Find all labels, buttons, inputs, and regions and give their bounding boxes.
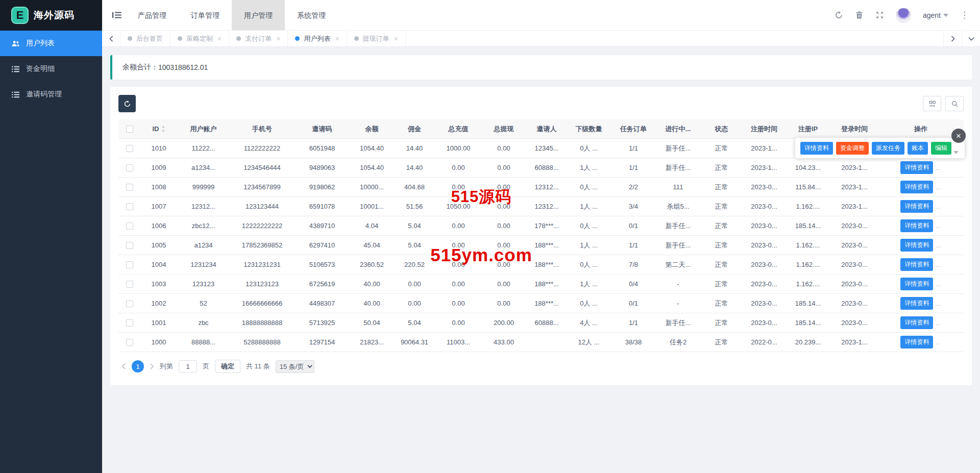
row-checkbox[interactable] [126, 319, 133, 327]
more-actions[interactable]: ... [936, 203, 941, 210]
tab-支付订单[interactable]: 支付订单× [229, 31, 288, 46]
topnav-item-用户管理[interactable]: 用户管理 [232, 0, 285, 30]
cell-phone: 5288888888 [230, 338, 294, 346]
details-button[interactable]: 详情资料 [900, 278, 933, 290]
tab-策略定制[interactable]: 策略定制× [170, 31, 229, 46]
row-checkbox[interactable] [126, 145, 133, 152]
header-cell-登录时间: 登录时间 [831, 125, 878, 134]
select-all-checkbox[interactable] [126, 126, 133, 133]
sidebar-toggle-icon[interactable] [112, 11, 121, 19]
details-button[interactable]: 详情资料 [900, 200, 933, 213]
more-actions[interactable]: ... [936, 339, 941, 346]
cell-reg_ip: 20.239... [785, 338, 831, 346]
trash-icon[interactable] [855, 11, 864, 19]
more-actions[interactable]: ... [936, 300, 941, 307]
cell-actions: 详情资料... [878, 258, 964, 271]
tab-close-icon[interactable]: × [217, 35, 222, 42]
details-button[interactable]: 详情资料 [900, 239, 933, 252]
topnav-item-订单管理[interactable]: 订单管理 [179, 0, 232, 30]
cell-invite_code: 6591078 [294, 203, 350, 210]
topnav-item-系统管理[interactable]: 系统管理 [285, 0, 338, 30]
more-actions[interactable]: ... [936, 184, 941, 191]
cell-account: zbc [177, 319, 230, 327]
tabs-scroll-right-icon[interactable] [943, 31, 962, 46]
details-button[interactable]: 详情资料 [900, 316, 933, 329]
details-button[interactable]: 详情资料 [900, 258, 933, 271]
row-checkbox[interactable] [126, 281, 133, 288]
details-button[interactable]: 详情资料 [900, 297, 933, 310]
row-checkbox[interactable] [126, 222, 133, 230]
avatar[interactable] [896, 8, 911, 23]
tab-dot-icon [128, 36, 132, 41]
popup-scroll-down-icon[interactable] [953, 151, 959, 154]
table-row: 1006zbc12...1222222222243897104.045.040.… [118, 216, 964, 236]
row-checkbox[interactable] [126, 184, 133, 191]
header-cell-总充值: 总充值 [435, 125, 481, 134]
cell-task_orders: 1/1 [610, 144, 656, 152]
sidebar-item-邀请码管理[interactable]: 邀请码管理 [0, 82, 102, 107]
tabs-menu-toggle-icon[interactable] [962, 31, 980, 46]
more-actions[interactable]: ... [936, 164, 941, 171]
more-actions[interactable]: ... [936, 242, 941, 249]
ledger-button[interactable]: 账本 [908, 142, 928, 155]
search-zoom-button[interactable] [945, 96, 964, 111]
details-button[interactable]: 详情资料 [900, 161, 933, 174]
details-button[interactable]: 详情资料 [900, 219, 933, 232]
more-actions[interactable]: ... [936, 319, 941, 327]
table-row: 1005a123417852369852629741045.045.040.00… [118, 236, 964, 255]
row-select-cell [118, 145, 141, 152]
tab-提现订单[interactable]: 提现订单× [347, 31, 406, 46]
details-button[interactable]: 详情资料 [900, 336, 933, 348]
cell-account: 123123 [177, 280, 230, 288]
more-actions[interactable]: ... [936, 261, 941, 268]
row-checkbox[interactable] [126, 261, 133, 268]
prev-page-icon[interactable] [121, 363, 126, 369]
sort-carets-icon[interactable] [161, 126, 165, 132]
row-checkbox[interactable] [126, 203, 133, 210]
header-cell-ID[interactable]: ID [141, 125, 177, 133]
tabs-scroll-left-icon[interactable] [102, 31, 120, 46]
edit-button[interactable]: 编辑 [931, 142, 951, 155]
dispatch-task-button[interactable]: 派发任务 [872, 142, 904, 155]
topnav-item-产品管理[interactable]: 产品管理 [126, 0, 179, 30]
goto-page-input[interactable] [179, 360, 197, 372]
more-actions[interactable]: ... [936, 281, 941, 288]
tab-close-icon[interactable]: × [335, 35, 339, 42]
row-checkbox[interactable] [126, 339, 133, 346]
fullscreen-icon[interactable] [875, 11, 884, 19]
cell-commission: 14.40 [394, 144, 435, 152]
details-button[interactable]: 详情资料 [900, 181, 933, 193]
row-checkbox[interactable] [126, 164, 133, 171]
next-page-icon[interactable] [150, 363, 154, 369]
sidebar-item-用户列表[interactable]: 用户列表 [0, 31, 102, 56]
balance-summary: 余额合计： 1003188612.01 [110, 55, 972, 80]
user-menu[interactable]: agent [923, 11, 948, 19]
tab-后台首页[interactable]: 后台首页 [120, 31, 170, 46]
more-actions[interactable]: ... [936, 222, 941, 230]
brand-logo-icon: E [11, 7, 29, 24]
cell-phone: 1234546444 [230, 164, 294, 171]
refresh-icon[interactable] [835, 11, 843, 19]
sidebar-item-资金明细[interactable]: 资金明细 [0, 56, 102, 82]
header-cell-邀请人: 邀请人 [526, 125, 567, 134]
popup-close-button[interactable]: × [951, 129, 966, 143]
tab-close-icon[interactable]: × [276, 35, 280, 42]
cell-status: 正常 [700, 280, 743, 289]
tab-用户列表[interactable]: 用户列表× [288, 31, 347, 46]
goto-confirm-button[interactable]: 确定 [215, 360, 240, 373]
row-checkbox[interactable] [126, 300, 133, 307]
adjust-funds-button[interactable]: 资金调整 [836, 142, 869, 155]
cell-id: 1005 [141, 241, 177, 249]
row-checkbox[interactable] [126, 242, 133, 249]
page-size-select[interactable]: 15 条/页 [276, 360, 314, 373]
columns-button[interactable] [923, 96, 941, 111]
cell-in_progress: 新手任... [656, 318, 700, 328]
cell-invite_code: 6297410 [294, 241, 350, 249]
more-menu-icon[interactable]: ⋮ [960, 10, 969, 20]
page-number-button[interactable]: 1 [132, 360, 144, 372]
tab-close-icon[interactable]: × [394, 35, 398, 42]
cell-phone: 16666666666 [230, 300, 294, 307]
table-refresh-button[interactable] [118, 95, 136, 112]
details-button[interactable]: 详情资料 [800, 142, 833, 155]
cell-in_progress: 杀组5... [656, 202, 700, 211]
